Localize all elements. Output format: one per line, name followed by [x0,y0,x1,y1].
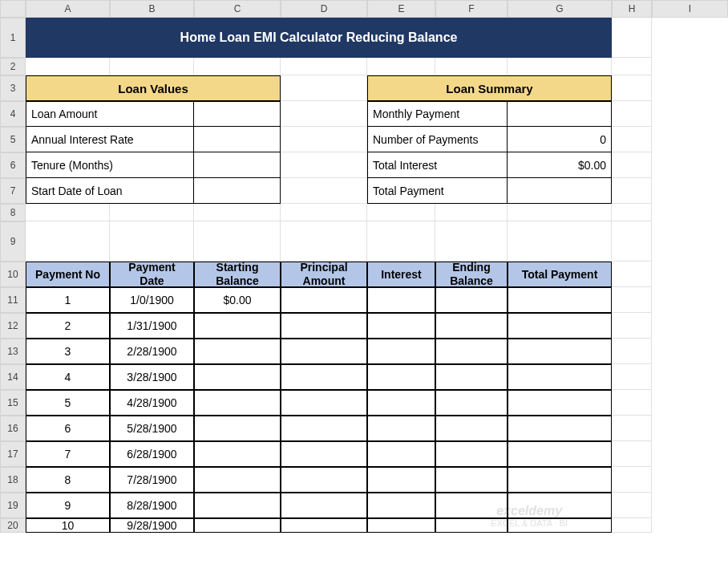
schedule-date[interactable]: 4/28/1900 [110,390,194,416]
cell[interactable] [26,204,110,221]
schedule-total[interactable] [508,441,612,467]
loan-values-value[interactable] [194,152,281,178]
row-header-5[interactable]: 5 [0,127,26,152]
schedule-no[interactable]: 5 [26,390,110,416]
loan-values-value[interactable] [194,127,281,152]
cell[interactable] [194,58,281,75]
cell[interactable] [612,127,652,152]
cell[interactable] [281,58,367,75]
row-header-14[interactable]: 14 [0,364,26,390]
cell[interactable] [612,441,652,467]
schedule-interest[interactable] [367,467,435,493]
col-header-H[interactable]: H [612,0,652,18]
schedule-principal[interactable] [281,441,367,467]
schedule-date[interactable]: 1/0/1900 [110,287,194,313]
cell[interactable] [612,313,652,339]
cell[interactable] [612,364,652,390]
cell[interactable] [110,58,194,75]
schedule-no[interactable]: 3 [26,339,110,364]
cell[interactable] [194,204,281,221]
schedule-start[interactable] [194,493,281,518]
schedule-date[interactable]: 8/28/1900 [110,493,194,518]
cell[interactable] [612,390,652,416]
schedule-no[interactable]: 10 [26,518,110,533]
schedule-interest[interactable] [367,441,435,467]
row-header-12[interactable]: 12 [0,313,26,339]
schedule-start[interactable]: $0.00 [194,287,281,313]
cell[interactable] [612,152,652,178]
row-header-7[interactable]: 7 [0,178,26,204]
col-header-I[interactable]: I [652,0,728,18]
row-header-15[interactable]: 15 [0,390,26,416]
row-header-13[interactable]: 13 [0,339,26,364]
row-header-9[interactable]: 9 [0,221,26,262]
cell[interactable] [110,204,194,221]
cell[interactable] [281,127,367,152]
row-header-11[interactable]: 11 [0,287,26,313]
cell[interactable] [435,58,508,75]
row-header-3[interactable]: 3 [0,75,26,101]
cell[interactable] [508,221,612,262]
cell[interactable] [508,58,612,75]
schedule-ending[interactable] [435,339,508,364]
col-header-G[interactable]: G [508,0,612,18]
cell[interactable] [281,221,367,262]
row-header-1[interactable]: 1 [0,18,26,58]
schedule-date[interactable]: 6/28/1900 [110,441,194,467]
cell[interactable] [612,518,652,533]
col-header-E[interactable]: E [367,0,435,18]
schedule-ending[interactable] [435,416,508,441]
col-header-D[interactable]: D [281,0,367,18]
schedule-principal[interactable] [281,313,367,339]
cell[interactable] [612,221,652,262]
schedule-interest[interactable] [367,493,435,518]
cell[interactable] [435,204,508,221]
cell[interactable] [435,221,508,262]
schedule-ending[interactable] [435,364,508,390]
schedule-total[interactable] [508,313,612,339]
cell[interactable] [26,58,110,75]
cell[interactable] [281,101,367,127]
schedule-principal[interactable] [281,339,367,364]
row-header-19[interactable]: 19 [0,493,26,518]
schedule-principal[interactable] [281,390,367,416]
schedule-interest[interactable] [367,416,435,441]
schedule-total[interactable] [508,339,612,364]
schedule-interest[interactable] [367,390,435,416]
schedule-principal[interactable] [281,287,367,313]
schedule-ending[interactable] [435,390,508,416]
schedule-ending[interactable] [435,313,508,339]
schedule-date[interactable]: 1/31/1900 [110,313,194,339]
cell[interactable] [281,75,367,101]
row-header-10[interactable]: 10 [0,262,26,287]
loan-values-value[interactable] [194,178,281,204]
cell[interactable] [612,493,652,518]
cell[interactable] [367,204,435,221]
cell[interactable] [281,152,367,178]
schedule-total[interactable] [508,467,612,493]
schedule-interest[interactable] [367,518,435,533]
cell[interactable] [612,101,652,127]
schedule-ending[interactable] [435,287,508,313]
schedule-start[interactable] [194,467,281,493]
cell[interactable] [612,287,652,313]
schedule-principal[interactable] [281,493,367,518]
row-header-2[interactable]: 2 [0,58,26,75]
schedule-ending[interactable] [435,441,508,467]
schedule-start[interactable] [194,339,281,364]
schedule-no[interactable]: 9 [26,493,110,518]
cell[interactable] [110,221,194,262]
schedule-principal[interactable] [281,467,367,493]
schedule-interest[interactable] [367,313,435,339]
schedule-start[interactable] [194,441,281,467]
cell[interactable] [612,467,652,493]
col-header-C[interactable]: C [194,0,281,18]
schedule-start[interactable] [194,364,281,390]
cell[interactable] [612,18,652,58]
cell[interactable] [281,178,367,204]
schedule-no[interactable]: 2 [26,313,110,339]
loan-summary-value[interactable]: 0 [508,127,612,152]
row-header-18[interactable]: 18 [0,467,26,493]
cell[interactable] [508,204,612,221]
schedule-date[interactable]: 5/28/1900 [110,416,194,441]
